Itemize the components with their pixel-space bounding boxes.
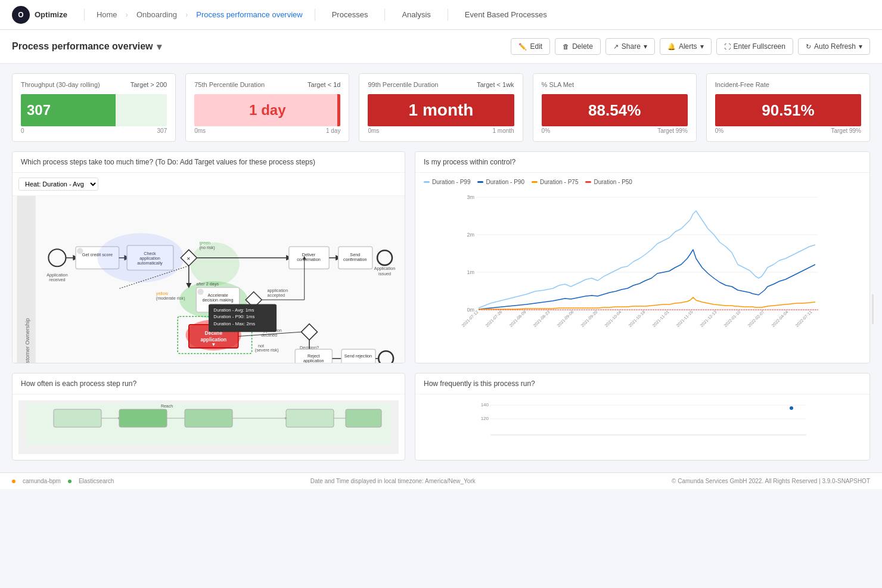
edit-button[interactable]: ✏️ Edit	[511, 38, 550, 55]
process-run-header: How frequently is this process run?	[415, 374, 869, 394]
auto-refresh-button[interactable]: ↻ Auto Refresh ▾	[798, 38, 870, 55]
kpi-sla-title: % SLA Met	[542, 81, 574, 88]
svg-text:2022-02-07: 2022-02-07	[747, 310, 765, 327]
header-action-buttons: ✏️ Edit 🗑 Delete ↗ Share ▾ 🔔 Alerts ▾ ⛶ …	[511, 38, 870, 55]
footer-left: camunda-bpm Elasticsearch	[12, 478, 114, 484]
kpi-p75-scale: 0ms 1 day	[194, 127, 340, 134]
svg-text:✕: ✕	[187, 256, 191, 262]
svg-text:2021-11-15: 2021-11-15	[675, 310, 693, 327]
svg-text:2022-07-11: 2022-07-11	[794, 310, 812, 327]
svg-text:140: 140	[481, 402, 489, 407]
alerts-chevron: ▾	[700, 42, 704, 51]
share-icon: ↗	[613, 43, 619, 51]
svg-text:2021-10-04: 2021-10-04	[604, 310, 622, 327]
incident-value: 90.51%	[762, 101, 814, 120]
incident-bar: 90.51%	[715, 94, 861, 126]
svg-text:after 2 days: after 2 days	[196, 281, 219, 287]
kpi-throughput-title: Throughput (30-day rolling)	[21, 81, 100, 88]
process-run-title: How frequently is this process run?	[424, 379, 535, 388]
tab-processes[interactable]: Processes	[327, 8, 373, 21]
heatmap-panel-title: Which process steps take too much time? …	[21, 158, 315, 166]
kpi-p75-title: 75th Percentile Duration	[194, 81, 265, 88]
throughput-value: 307	[27, 102, 51, 119]
svg-text:2021-09-20: 2021-09-20	[580, 310, 598, 327]
svg-text:confirmation: confirmation	[343, 257, 367, 262]
svg-rect-109	[346, 409, 381, 427]
svg-rect-106	[185, 409, 232, 427]
svg-text:application: application	[303, 358, 324, 363]
sla-bar: 88.54%	[542, 94, 688, 126]
nav-current[interactable]: Process performance overview	[196, 10, 302, 19]
process-diagram-svg: Customer Ownership Application received …	[13, 196, 405, 363]
dashboard-header: Process performance overview ▾ ✏️ Edit 🗑…	[0, 30, 882, 64]
svg-text:Duration - P90:  1ms: Duration - P90: 1ms	[213, 314, 254, 319]
dashboard-title[interactable]: Process performance overview ▾	[12, 41, 162, 52]
kpi-cards-row: Throughput (30-day rolling) Target > 200…	[0, 64, 882, 151]
svg-point-15	[97, 233, 184, 282]
refresh-icon: ↻	[806, 43, 811, 51]
footer-copyright: © Camunda Services GmbH 2022. All Rights…	[672, 478, 870, 484]
app-logo[interactable]: O	[12, 6, 30, 24]
kpi-card-sla: % SLA Met 88.54% 0% Target 99%	[533, 73, 697, 142]
legend-p99: Duration - P99	[424, 179, 470, 185]
svg-text:2021-08-09: 2021-08-09	[508, 310, 526, 327]
share-chevron: ▾	[644, 42, 647, 51]
svg-text:1m: 1m	[467, 269, 474, 275]
share-button[interactable]: ↗ Share ▾	[605, 38, 655, 55]
svg-text:2021-12-13: 2021-12-13	[699, 310, 717, 327]
svg-text:Send rejection: Send rejection	[344, 353, 372, 359]
nav-onboarding[interactable]: Onboarding	[136, 10, 177, 19]
scrollbar-right	[872, 294, 874, 324]
kpi-card-throughput: Throughput (30-day rolling) Target > 200…	[12, 73, 176, 142]
svg-text:issued: issued	[378, 271, 391, 276]
svg-text:2022-01-10: 2022-01-10	[723, 310, 741, 327]
edit-icon: ✏️	[518, 43, 527, 51]
nav-divider-3	[384, 9, 385, 21]
delete-icon: 🗑	[563, 43, 569, 50]
fullscreen-button[interactable]: ⛶ Enter Fullscreen	[716, 38, 793, 55]
svg-text:Duration - Avg:  1ms: Duration - Avg: 1ms	[213, 307, 254, 313]
bell-icon: 🔔	[667, 43, 676, 51]
nav-divider-4	[448, 9, 448, 21]
kpi-incident-title: Incident-Free Rate	[715, 81, 769, 88]
tab-analysis[interactable]: Analysis	[397, 8, 435, 21]
nav-divider	[84, 9, 85, 21]
main-content: Which process steps take too much time? …	[0, 151, 882, 472]
nav-home[interactable]: Home	[97, 10, 117, 19]
svg-point-118	[790, 406, 793, 410]
delete-button[interactable]: 🗑 Delete	[555, 38, 601, 55]
svg-point-37	[197, 289, 203, 295]
page-footer: camunda-bpm Elasticsearch Date and Time …	[0, 472, 882, 489]
line-chart-svg: 3m 2m 1m 0m	[424, 190, 861, 327]
kpi-card-incident-free: Incident-Free Rate 90.51% 0% Target 99%	[706, 73, 870, 142]
p99-bar: 1 month	[368, 94, 514, 126]
kpi-throughput-scale: 0 307	[21, 127, 167, 134]
svg-rect-108	[286, 409, 334, 427]
svg-text:received: received	[49, 277, 65, 282]
kpi-p99-target: Target < 1wk	[477, 81, 514, 88]
title-dropdown-icon: ▾	[157, 41, 162, 52]
footer-elastic: Elasticsearch	[79, 478, 114, 484]
process-run-panel: How frequently is this process run? 140 …	[415, 373, 870, 461]
top-navigation: O Optimize Home › Onboarding › Process p…	[0, 0, 882, 30]
tab-event-based[interactable]: Event Based Processes	[460, 8, 552, 21]
legend-p50: Duration - P50	[585, 179, 632, 185]
control-chart-panel: Is my process within control? Duration -…	[415, 151, 870, 363]
kpi-throughput-target: Target > 200	[131, 81, 167, 88]
heatmap-dropdown[interactable]: Heat: Duration - Avg	[18, 178, 98, 191]
svg-text:Customer Ownership: Customer Ownership	[24, 318, 30, 363]
p75-value: 1 day	[194, 94, 340, 126]
svg-text:Reach: Reach	[161, 404, 173, 408]
svg-text:2022-04-04: 2022-04-04	[771, 310, 788, 327]
throughput-bar: 307	[21, 94, 167, 126]
footer-timezone: Date and Time displayed in local timezon…	[310, 478, 476, 484]
svg-text:3m: 3m	[467, 194, 474, 200]
svg-text:2m: 2m	[467, 232, 474, 238]
app-name[interactable]: Optimize	[35, 10, 67, 19]
frequency-diagram: Reach	[18, 400, 399, 454]
svg-text:2021-10-18: 2021-10-18	[628, 310, 645, 327]
process-diagram-area: Customer Ownership Application received …	[13, 196, 405, 363]
footer-camunda: camunda-bpm	[23, 478, 61, 484]
alerts-button[interactable]: 🔔 Alerts ▾	[660, 38, 712, 55]
svg-text:(severe risk): (severe risk)	[255, 347, 279, 353]
